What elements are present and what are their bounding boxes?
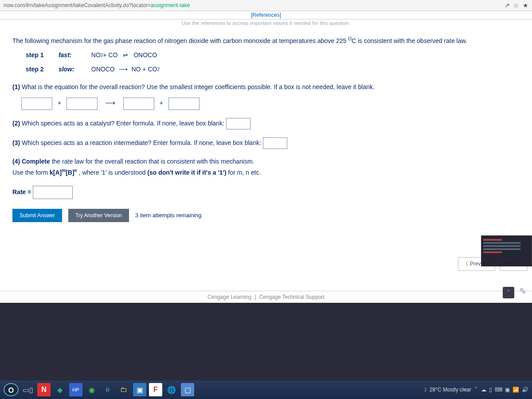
plus-sign: +	[58, 98, 61, 108]
chevron-left-icon: 〈	[463, 260, 468, 268]
plus-sign: +	[160, 98, 163, 108]
question-4-line2: Use the form k[A]m[B]n , where '1' is un…	[12, 167, 520, 177]
url-highlight: assignment-take	[151, 2, 190, 8]
attempts-remaining: 3 item attempts remaining	[135, 211, 202, 220]
question-2: (2) Which species acts as a catalyst? En…	[12, 118, 520, 129]
product-2-input[interactable]	[168, 98, 200, 110]
app-n-icon[interactable]: N	[37, 383, 51, 396]
camera-icon[interactable]: ▢	[181, 383, 194, 396]
step2-label: step 2	[26, 65, 57, 74]
share-icon[interactable]: ↗	[505, 2, 510, 9]
cengage-learning-link[interactable]: Cengage Learning	[207, 294, 251, 300]
rate-label: Rate =	[12, 188, 31, 195]
app-globe-icon[interactable]: 🌐	[165, 383, 178, 396]
reactant-1-input[interactable]	[21, 98, 52, 110]
footer-links: Cengage Learning | Cengage Technical Sup…	[0, 291, 532, 303]
tray-chevron-icon[interactable]: ˄	[475, 387, 477, 393]
chrome-icon[interactable]: ◉	[85, 383, 98, 396]
question-1: (1) What is the equation for the overall…	[12, 82, 520, 92]
step2-speed: slow:	[59, 65, 90, 74]
tray-battery-icon[interactable]: ▯	[489, 387, 492, 393]
task-view-icon[interactable]: ▭▯	[21, 383, 35, 396]
windows-taskbar: O ▭▯ N ◆ HP ◉ e 🗀 ▣ F 🌐 ▢ ☽ 28°C Mostly …	[0, 380, 532, 399]
annotate-pen-icon[interactable]: ✎	[516, 286, 529, 299]
edge-icon[interactable]: e	[101, 383, 114, 396]
rate-law-row: Rate =	[12, 186, 520, 199]
app-shield-icon[interactable]: ◆	[53, 383, 66, 396]
product-1-input[interactable]	[123, 98, 154, 110]
tray-volume-icon[interactable]: 🔊	[522, 387, 528, 393]
step1-speed: fast:	[59, 51, 90, 60]
try-another-button[interactable]: Try Another Version	[68, 209, 129, 222]
question-3: (3) Which species acts as a reaction int…	[12, 137, 520, 149]
forward-arrow-icon	[117, 65, 130, 74]
question-content: The following mechanism for the gas phas…	[0, 29, 532, 291]
bookmark-star-icon[interactable]: ★	[523, 2, 528, 9]
favorite-star-icon[interactable]: ☆	[513, 2, 519, 9]
intro-text: The following mechanism for the gas phas…	[12, 35, 520, 46]
tray-display-icon[interactable]: ▣	[505, 387, 510, 393]
references-link[interactable]: [References]	[251, 12, 281, 18]
step2-equation: ONOCO NO + CO2	[91, 65, 160, 74]
weather-widget[interactable]: ☽ 28°C Mostly clear	[422, 387, 471, 393]
step1-label: step 1	[26, 51, 57, 60]
equilibrium-arrow-icon	[119, 51, 132, 60]
rate-law-input[interactable]	[33, 186, 73, 199]
app-hp-icon[interactable]: HP	[69, 383, 82, 396]
reaction-arrow-icon: ⟶	[99, 98, 121, 109]
reactant-2-input[interactable]	[66, 98, 98, 110]
cortana-search-icon[interactable]: O	[4, 383, 19, 396]
secondary-window-preview[interactable]	[481, 235, 532, 266]
catalyst-input[interactable]	[226, 118, 250, 129]
system-tray: ☁ ▯ ⌨ ▣ 📶 🔊	[481, 387, 528, 393]
moon-icon: ☽	[422, 387, 427, 393]
mechanism-step-2: step 2 slow: ONOCO NO + CO2	[26, 65, 520, 74]
file-explorer-icon[interactable]: 🗀	[117, 383, 130, 396]
browser-url-bar: now.com/ilrn/takeAssignment/takeCovalent…	[0, 0, 532, 11]
step1-equation: NO2 + CO ONOCO	[91, 51, 157, 60]
action-button-row: Submit Answer Try Another Version 3 item…	[12, 209, 520, 222]
scroll-top-button[interactable]: ˄	[503, 287, 514, 298]
blurred-hint-text: Use the references to access important v…	[0, 20, 532, 29]
tray-keyboard-icon[interactable]: ⌨	[495, 387, 502, 393]
mechanism-step-1: step 1 fast: NO2 + CO ONOCO	[26, 50, 520, 60]
url-text: now.com/ilrn/takeAssignment/takeCovalent…	[4, 2, 151, 8]
intermediate-input[interactable]	[263, 137, 287, 149]
tray-wifi-icon[interactable]: 📶	[512, 387, 519, 393]
cengage-support-link[interactable]: Cengage Technical Support	[259, 294, 325, 300]
submit-answer-button[interactable]: Submit Answer	[12, 209, 62, 222]
photos-icon[interactable]: ▣	[133, 383, 146, 396]
overall-equation-inputs: + ⟶ +	[21, 98, 520, 110]
tray-onedrive-icon[interactable]: ☁	[481, 387, 486, 393]
app-f-icon[interactable]: F	[149, 383, 162, 396]
question-4-line1: (4) Complete the rate law for the overal…	[12, 157, 520, 167]
